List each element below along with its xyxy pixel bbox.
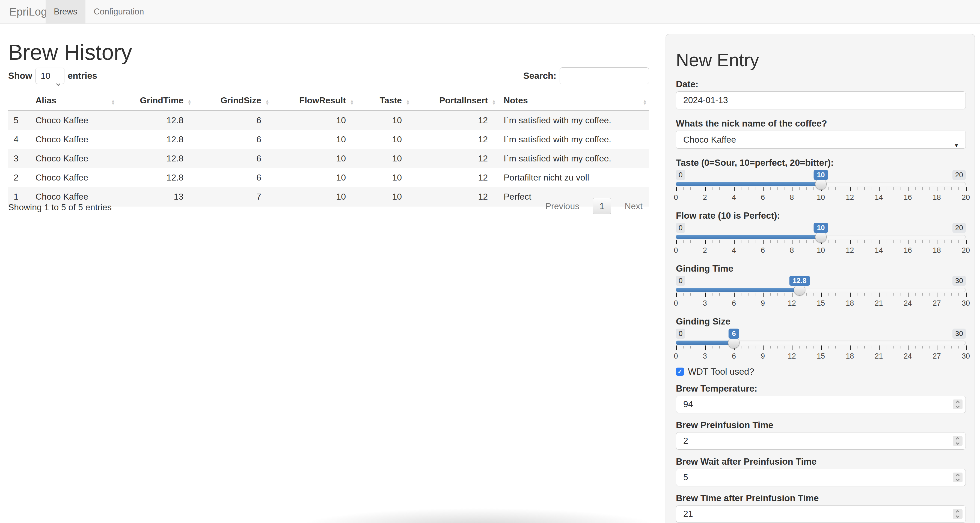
column-header-notes[interactable]: Notes ▲ ▼ [498,92,649,111]
grid-tick [683,187,684,190]
page-length-select[interactable]: 10 [35,68,64,84]
grid-tick [835,240,836,242]
grid-tick [705,187,706,191]
next-page-button[interactable]: Next [618,201,649,211]
nickname-value: Choco Kaffee [683,135,736,144]
number-field [676,396,966,413]
grid-tick [813,293,814,296]
page-length-value: 10 [41,71,51,81]
slider-label-flow-rate: Flow rate (10 is Perfect): [676,210,966,221]
wdt-checkbox[interactable]: ✓ [676,368,684,376]
date-input[interactable] [676,91,966,109]
brew-preinfusion-time-label: Brew Preinfusion Time [676,420,966,431]
brew-temperature-input[interactable] [676,396,966,413]
slider-value-badge: 10 [814,170,828,180]
grid-label: 0 [674,299,678,307]
grid-label: 8 [790,193,794,202]
grid-label: 6 [761,246,765,255]
nav-tab-configuration[interactable]: Configuration [86,0,152,24]
grid-tick [749,346,749,349]
table-cell: 10 [272,149,356,168]
search-input[interactable] [560,67,649,84]
grid-label: 8 [790,246,794,255]
column-header-taste[interactable]: Taste ▲ ▼ [356,92,412,111]
table-cell: 10 [272,111,356,130]
column-header-portalinsert[interactable]: PortalInsert ▲ ▼ [412,92,498,111]
grid-label: 18 [846,352,854,360]
brew-time-after-preinfusion-time-input[interactable] [676,505,966,523]
grid-label: 27 [933,352,941,360]
grid-tick [894,240,894,242]
column-header-grindtime[interactable]: GrindTime ▲ ▼ [118,92,194,111]
slider-value-badge: 10 [814,223,828,233]
table-cell: Choco Kaffee [30,130,118,149]
grid-tick [770,240,771,242]
grid-tick [835,346,836,349]
table-controls: Show 10 entries Search: [8,67,649,84]
grid-tick [749,240,749,242]
grid-tick [807,187,807,190]
grid-tick [705,293,706,297]
slider-fill [676,235,821,239]
sort-icons: ▲ ▼ [492,100,496,105]
grid-tick [864,293,865,296]
slider-min-badge: 0 [676,328,685,339]
grid-tick [741,346,742,349]
grid-label: 0 [674,352,678,360]
grid-tick [958,293,959,296]
brew-wait-after-preinfusion-time-input[interactable] [676,469,966,486]
column-header-grindsize[interactable]: GrindSize ▲ ▼ [194,92,272,111]
number-stepper[interactable] [953,472,963,482]
app-brand: EpriLog [9,0,47,24]
page-number-button[interactable]: 1 [593,198,611,214]
grid-label: 24 [904,352,912,360]
chevron-down-icon [956,477,959,481]
number-stepper[interactable] [953,436,963,446]
grid-tick [778,346,778,349]
column-header-index[interactable]: ▲ ▼ [8,92,30,111]
nickname-select[interactable]: Choco Kaffee ▼ [676,131,966,149]
grid-tick [951,346,952,349]
grid-label: 21 [875,299,883,307]
grid-tick [784,240,785,242]
grid-tick [886,293,887,296]
new-entry-panel: New Entry Date: Whats the nick name of t… [665,34,975,523]
grid-label: 2 [703,193,707,202]
brew-preinfusion-time-input[interactable] [676,432,966,450]
grid-tick [929,240,930,242]
grid-tick [894,293,894,296]
grid-tick [951,187,952,190]
nav-tab-brews[interactable]: Brews [46,0,86,24]
number-stepper[interactable] [953,509,963,519]
sort-icons: ▲ ▼ [406,100,410,105]
grid-tick [712,346,713,349]
chevron-down-icon [956,441,959,445]
slider-handle[interactable] [815,231,827,242]
grid-tick [690,346,691,349]
sort-icons: ▲ ▼ [350,100,354,105]
grid-tick [770,293,771,296]
grid-tick [951,293,952,296]
grid-tick [683,346,684,349]
grid-tick [835,187,836,190]
grid-tick [879,187,880,191]
slider-fill [676,288,800,292]
slider-handle[interactable] [794,284,805,296]
previous-page-button[interactable]: Previous [539,201,586,211]
grid-tick [908,187,909,191]
grid-label: 4 [732,246,736,255]
slider-handle[interactable] [815,178,827,190]
grid-tick [900,240,901,242]
number-stepper[interactable] [953,399,963,409]
table-row: 5Choco Kaffee12.86101012I´m satisfied wi… [8,111,649,130]
date-label: Date: [676,79,966,90]
grid-tick [676,187,677,191]
grid-tick [778,187,778,190]
column-header-flowresult[interactable]: FlowResult ▲ ▼ [272,92,356,111]
grid-tick [749,293,749,296]
table-cell: 6 [194,111,272,130]
column-header-alias[interactable]: Alias ▲ ▼ [30,92,118,111]
grid-tick [944,187,945,190]
grid-tick [705,240,706,244]
slider-handle[interactable] [728,337,740,349]
